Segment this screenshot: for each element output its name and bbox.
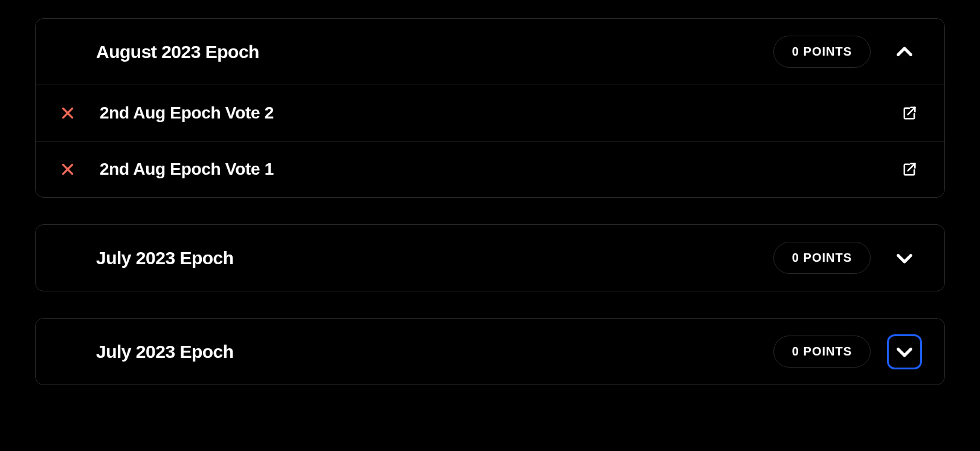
x-icon bbox=[60, 161, 76, 177]
epoch-title: July 2023 Epoch bbox=[96, 342, 234, 362]
chevron-down-icon bbox=[894, 341, 915, 363]
points-badge: 0 POINTS bbox=[773, 36, 871, 68]
chevron-up-icon bbox=[894, 41, 915, 63]
vote-row: 2nd Aug Epoch Vote 2 bbox=[36, 85, 944, 141]
external-link-icon bbox=[901, 161, 918, 178]
points-badge: 0 POINTS bbox=[773, 242, 871, 274]
epoch-group: July 2023 Epoch 0 POINTS bbox=[35, 224, 945, 291]
vote-row-left: 2nd Aug Epoch Vote 1 bbox=[60, 160, 274, 179]
epoch-header-right: 0 POINTS bbox=[773, 36, 920, 68]
collapse-button[interactable] bbox=[889, 36, 920, 68]
expand-button[interactable] bbox=[889, 336, 920, 368]
epoch-header-right: 0 POINTS bbox=[773, 336, 920, 368]
open-external-button[interactable] bbox=[898, 102, 920, 124]
vote-label: 2nd Aug Epoch Vote 1 bbox=[100, 160, 274, 179]
epoch-header-right: 0 POINTS bbox=[773, 242, 920, 274]
epoch-group: August 2023 Epoch 0 POINTS 2nd Aug Epoch… bbox=[35, 18, 945, 198]
epoch-header[interactable]: July 2023 Epoch 0 POINTS bbox=[36, 319, 944, 384]
expand-button[interactable] bbox=[889, 242, 920, 274]
vote-label: 2nd Aug Epoch Vote 2 bbox=[100, 103, 274, 123]
vote-row-left: 2nd Aug Epoch Vote 2 bbox=[60, 103, 274, 123]
epoch-header[interactable]: July 2023 Epoch 0 POINTS bbox=[36, 225, 944, 291]
epoch-title: July 2023 Epoch bbox=[96, 248, 234, 268]
points-badge: 0 POINTS bbox=[773, 336, 871, 368]
vote-row: 2nd Aug Epoch Vote 1 bbox=[36, 141, 944, 197]
external-link-icon bbox=[901, 105, 918, 122]
epoch-group: July 2023 Epoch 0 POINTS bbox=[35, 318, 945, 385]
open-external-button[interactable] bbox=[898, 158, 920, 180]
epoch-title: August 2023 Epoch bbox=[96, 42, 259, 62]
epoch-header[interactable]: August 2023 Epoch 0 POINTS bbox=[36, 19, 944, 85]
x-icon bbox=[60, 105, 76, 121]
chevron-down-icon bbox=[894, 247, 915, 269]
